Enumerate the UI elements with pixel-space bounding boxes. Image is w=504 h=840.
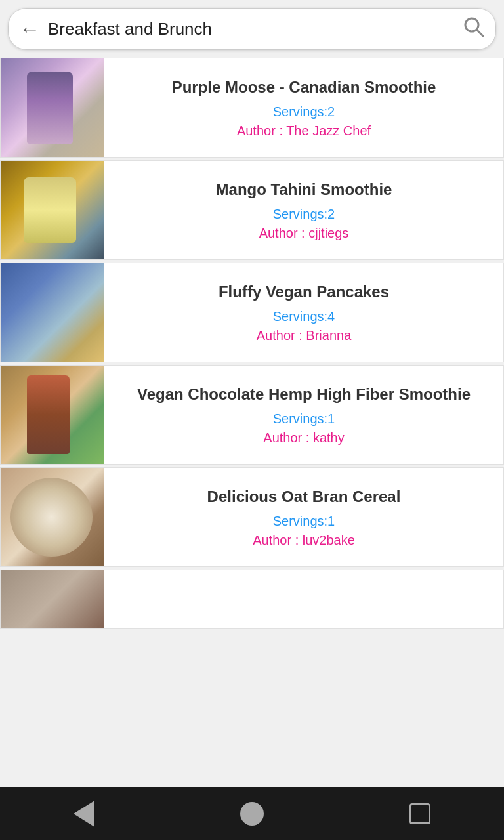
recipe-thumbnail — [1, 58, 104, 157]
recipe-author: Author : kathy — [263, 430, 344, 446]
list-item[interactable]: Purple Moose - Canadian Smoothie Serving… — [0, 58, 504, 158]
home-circle-icon — [240, 802, 264, 826]
nav-home-button[interactable] — [232, 794, 272, 833]
nav-back-button[interactable] — [64, 794, 104, 833]
recipe-servings: Servings:2 — [273, 207, 335, 222]
recipe-author: Author : The Jazz Chef — [237, 123, 371, 138]
recipe-title: Delicious Oat Bran Cereal — [207, 486, 401, 507]
list-item[interactable]: Vegan Chocolate Hemp High Fiber Smoothie… — [0, 365, 504, 465]
recipe-author: Author : cjjtiegs — [259, 226, 349, 241]
recipe-info: Mango Tahini Smoothie Servings:2 Author … — [104, 161, 503, 259]
back-triangle-icon — [74, 801, 94, 827]
recipe-thumbnail — [1, 570, 104, 629]
recipe-info: Vegan Chocolate Hemp High Fiber Smoothie… — [104, 366, 503, 464]
bottom-nav — [0, 788, 504, 840]
recipe-thumbnail — [1, 263, 104, 362]
recipe-info: Fluffy Vegan Pancakes Servings:4 Author … — [104, 263, 503, 362]
recipe-info: Delicious Oat Bran Cereal Servings:1 Aut… — [104, 468, 503, 566]
search-button[interactable] — [463, 16, 485, 43]
recipe-info: Purple Moose - Canadian Smoothie Serving… — [104, 58, 503, 157]
recipe-title: Vegan Chocolate Hemp High Fiber Smoothie — [137, 384, 471, 404]
nav-recent-button[interactable] — [400, 794, 440, 833]
recipe-title: Mango Tahini Smoothie — [216, 179, 392, 200]
recipe-list: Purple Moose - Canadian Smoothie Serving… — [0, 55, 504, 788]
recipe-info — [104, 570, 503, 628]
list-item[interactable] — [0, 570, 504, 629]
recent-square-icon — [410, 803, 430, 824]
recipe-servings: Servings:4 — [273, 309, 335, 324]
recipe-title: Fluffy Vegan Pancakes — [219, 282, 389, 302]
recipe-servings: Servings:1 — [273, 411, 335, 427]
svg-line-1 — [477, 30, 483, 36]
recipe-author: Author : luv2bake — [253, 533, 355, 548]
recipe-servings: Servings:1 — [273, 514, 335, 529]
list-item[interactable]: Mango Tahini Smoothie Servings:2 Author … — [0, 160, 504, 260]
recipe-author: Author : Brianna — [257, 328, 352, 343]
recipe-title: Purple Moose - Canadian Smoothie — [172, 77, 436, 97]
recipe-thumbnail — [1, 161, 104, 259]
recipe-thumbnail — [1, 468, 104, 566]
search-bar: ← Breakfast and Brunch — [8, 8, 496, 50]
recipe-thumbnail — [1, 366, 104, 464]
list-item[interactable]: Fluffy Vegan Pancakes Servings:4 Author … — [0, 262, 504, 362]
page-title: Breakfast and Brunch — [48, 19, 463, 39]
list-item[interactable]: Delicious Oat Bran Cereal Servings:1 Aut… — [0, 467, 504, 567]
recipe-servings: Servings:2 — [273, 104, 335, 119]
back-button[interactable]: ← — [19, 17, 40, 41]
